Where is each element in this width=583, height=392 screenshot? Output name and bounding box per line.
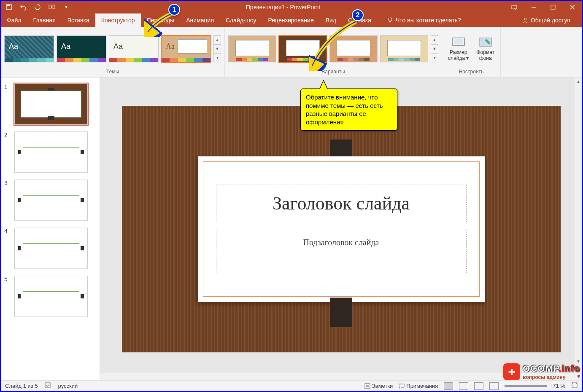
theme-gallery-item-3[interactable]: Aa	[109, 35, 159, 62]
theme-gallery-item-2[interactable]: Aa	[57, 35, 106, 62]
slide-counter[interactable]: Слайд 1 из 5	[5, 383, 38, 389]
slide-thumb-3[interactable]	[14, 180, 88, 221]
theme-gallery-item-4-selected[interactable]: Aa	[161, 35, 211, 62]
svg-rect-12	[454, 39, 463, 44]
ribbon-display-options[interactable]	[505, 1, 524, 13]
tab-animations[interactable]: Анимация	[180, 13, 220, 27]
watermark-plus-icon: +	[503, 363, 520, 380]
variant-4[interactable]	[380, 35, 428, 62]
window-title: Презентация1 - PowerPoint	[74, 4, 492, 11]
tab-insert[interactable]: Вставка	[62, 13, 95, 27]
share-label: Общий доступ	[531, 17, 570, 24]
slide-thumb-5[interactable]	[14, 276, 88, 317]
slideshow-view-button[interactable]	[489, 382, 499, 390]
svg-point-10	[524, 18, 526, 20]
svg-rect-9	[389, 21, 391, 22]
qat-customize[interactable]: ▼	[62, 3, 70, 11]
zoom-slider[interactable]	[505, 385, 547, 387]
slide-thumbnails-panel[interactable]: 1 2 3 4 5	[1, 78, 100, 380]
tab-slideshow[interactable]: Слайд-шоу	[220, 13, 262, 27]
save-button[interactable]	[5, 3, 13, 11]
svg-point-8	[389, 18, 392, 21]
fit-to-window-button[interactable]	[571, 382, 578, 390]
variant-1[interactable]	[228, 35, 276, 62]
annotation-badge-2: 2	[352, 9, 364, 21]
svg-rect-5	[551, 5, 555, 9]
subtitle-placeholder[interactable]: Подзаголовок слайда	[216, 230, 467, 273]
spell-check-icon[interactable]	[45, 382, 51, 390]
start-slideshow-button[interactable]	[48, 3, 56, 11]
slide-thumb-1[interactable]	[14, 83, 88, 125]
tell-me-label: Что вы хотите сделать?	[396, 17, 461, 24]
minimize-button[interactable]	[524, 1, 543, 13]
slide-thumb-4[interactable]	[14, 228, 88, 269]
slide-sorter-view-button[interactable]	[459, 382, 468, 390]
current-slide[interactable]: Заголовок слайда Подзаголовок слайда	[122, 106, 561, 352]
share-icon	[522, 17, 528, 23]
lightbulb-icon	[387, 17, 393, 23]
svg-rect-1	[7, 5, 10, 6]
maximize-button[interactable]	[543, 1, 563, 13]
annotation-arrow-1	[144, 12, 178, 37]
themes-gallery-more[interactable]: ▲▼▾	[213, 35, 221, 62]
themes-group-label: Темы	[4, 69, 221, 77]
customize-group-label: Настроить	[445, 69, 497, 77]
title-placeholder[interactable]: Заголовок слайда	[216, 185, 467, 222]
watermark: + OCOMP.info вопросы админу	[503, 363, 580, 380]
svg-rect-15	[365, 384, 370, 389]
slide-size-button[interactable]: Размерслайда ▾	[445, 35, 471, 63]
format-background-icon	[479, 36, 492, 48]
language-indicator[interactable]: русский	[58, 383, 78, 389]
reading-view-button[interactable]	[474, 382, 483, 390]
notes-button[interactable]: Заметки	[364, 383, 393, 389]
variants-gallery-more[interactable]: ▲▼▾	[431, 35, 438, 62]
annotation-badge-1: 1	[168, 4, 180, 16]
thumb-number: 1	[4, 83, 10, 125]
tab-file[interactable]: Файл	[1, 13, 27, 27]
redo-button[interactable]	[34, 3, 41, 11]
theme-gallery-item-1[interactable]: Aa	[4, 35, 54, 62]
close-button[interactable]	[563, 1, 582, 13]
svg-rect-14	[45, 383, 50, 388]
tab-design[interactable]: Конструктор	[95, 13, 141, 27]
slide-thumb-2[interactable]	[14, 132, 88, 173]
zoom-level[interactable]: 71 %	[553, 383, 565, 389]
slide-plaque: Заголовок слайда Подзаголовок слайда	[198, 156, 485, 302]
tell-me-search[interactable]: Что вы хотите сделать?	[381, 13, 467, 27]
comments-button[interactable]: Примечания	[399, 383, 438, 389]
binder-clip-bottom	[330, 298, 352, 327]
tab-home[interactable]: Главная	[27, 13, 61, 27]
undo-button[interactable]	[19, 3, 27, 11]
format-background-button[interactable]: Форматфона	[474, 35, 497, 63]
scroll-up[interactable]: ▲	[575, 78, 582, 85]
annotation-callout: Обратите внимание, что помимо темы — ест…	[300, 89, 397, 131]
normal-view-button[interactable]	[444, 382, 453, 390]
slide-size-icon	[452, 36, 465, 48]
annotation-arrow-2	[309, 20, 359, 71]
share-button[interactable]: Общий доступ	[516, 13, 576, 27]
vertical-scrollbar[interactable]: ▲ ▼ ⯭ ⯯	[575, 78, 582, 380]
